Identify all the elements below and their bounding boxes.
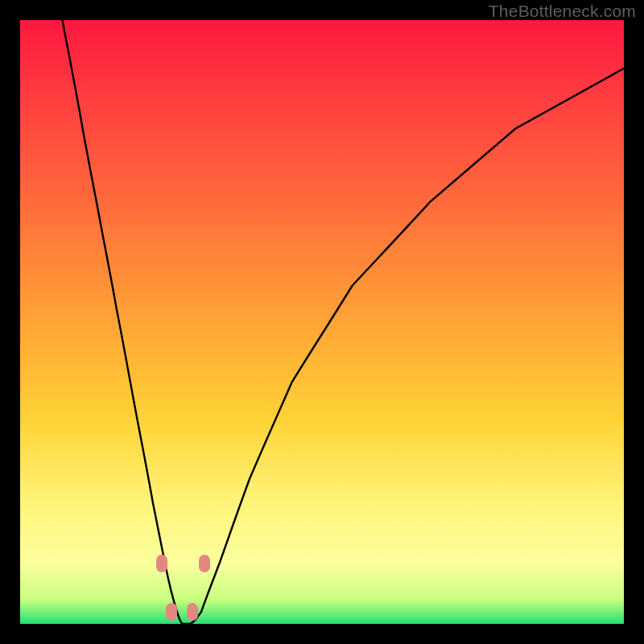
curve-marker [156,555,167,572]
curve-marker [199,555,210,572]
curve-path [63,20,625,624]
bottleneck-curve [20,20,624,624]
curve-marker [187,603,198,621]
watermark-text: TheBottleneck.com [489,2,636,21]
plot-area [20,20,624,624]
chart-frame: TheBottleneck.com [0,0,644,644]
curve-marker [166,603,177,621]
